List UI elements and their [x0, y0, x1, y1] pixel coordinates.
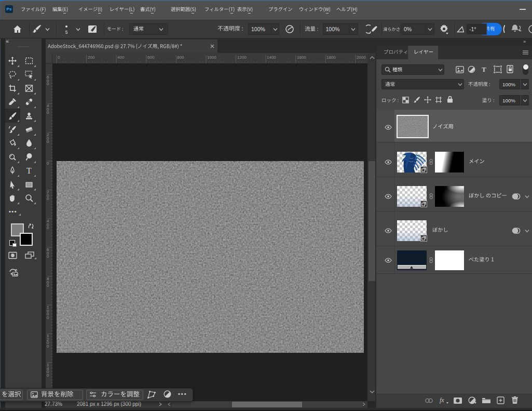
svg-text:T: T — [26, 166, 32, 175]
